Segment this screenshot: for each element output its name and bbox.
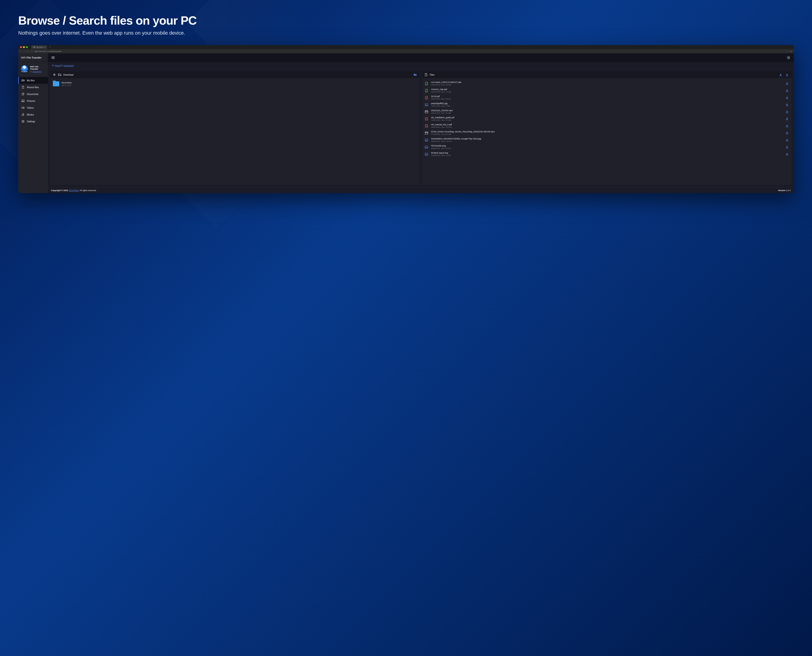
download-icon[interactable] bbox=[785, 117, 789, 121]
file-row[interactable]: PDF22-03.pdf26/01/2023, Size: 58 KB bbox=[424, 94, 790, 101]
file-row[interactable]: com.waze_4.69.0.0-1022147.apk25/02/2023,… bbox=[424, 80, 790, 87]
tab-title: My Files bbox=[36, 46, 42, 48]
sidebar-item-musics[interactable]: Musics bbox=[18, 111, 48, 118]
sidebar-item-label: My files bbox=[27, 79, 35, 82]
tab-favicon-icon: ▦ bbox=[34, 46, 35, 48]
svg-text:PDF: PDF bbox=[426, 119, 428, 120]
breadcrumb-item[interactable]: Root bbox=[52, 64, 59, 67]
file-detail: 23/08/2021, Size: 13 KB bbox=[431, 155, 783, 156]
svg-rect-2 bbox=[22, 107, 23, 109]
file-name: techprd_logo2.png bbox=[431, 152, 783, 154]
theme-toggle-icon[interactable] bbox=[786, 56, 790, 60]
file-detail: 25/02/2023, Size: 86 MB bbox=[431, 84, 783, 86]
file-row[interactable]: peqs29gvlkl51.jpg19/01/2023, Size: 4 MB bbox=[424, 101, 790, 108]
download-icon[interactable] bbox=[785, 88, 789, 93]
files-panel-title: Files bbox=[430, 74, 434, 76]
hero-text: Browse / Search files on your PC Nothing… bbox=[18, 14, 794, 36]
window-maximize-dot[interactable] bbox=[26, 46, 28, 48]
file-name: peqs29gvlkl51.jpg bbox=[431, 102, 783, 105]
file-row[interactable]: Amazon_App.apk25/02/2023, Size: 16 MB bbox=[424, 87, 790, 94]
image-icon bbox=[22, 99, 25, 102]
profile-icon[interactable]: ◐ bbox=[790, 50, 792, 53]
sidebar-item-settings[interactable]: Settings bbox=[18, 118, 48, 125]
download-icon[interactable] bbox=[785, 96, 789, 100]
upload-icon[interactable] bbox=[785, 73, 789, 77]
sidebar-item-videos[interactable]: Videos bbox=[18, 104, 48, 111]
brand-byline: by TECHPRD bbox=[30, 71, 45, 73]
file-detail: 26/01/2023, Size: 58 KB bbox=[431, 98, 783, 100]
nav-forward-icon[interactable]: → bbox=[24, 50, 26, 53]
nav-reload-icon[interactable]: ⟳ bbox=[27, 50, 29, 53]
footer-link[interactable]: TECHPRD bbox=[68, 189, 79, 192]
apk-file-icon bbox=[424, 81, 429, 86]
file-row[interactable]: PDFmb_manual_xhd_e.pdf09/02/2022, Size: … bbox=[424, 122, 790, 129]
browser-window: ▦ My Files × + ← → ⟳ ⓘ http://192.168.1.… bbox=[18, 45, 794, 193]
window-close-dot[interactable] bbox=[20, 46, 22, 48]
hamburger-icon[interactable] bbox=[51, 56, 55, 60]
download-icon[interactable] bbox=[785, 102, 789, 107]
file-name: Amazon_App.apk bbox=[431, 88, 783, 90]
sidebar-item-recent-files[interactable]: Recent files bbox=[18, 84, 48, 91]
download-icon[interactable] bbox=[785, 138, 789, 142]
nav-back-icon[interactable]: ← bbox=[20, 50, 22, 53]
pdf-file-icon: PDF bbox=[424, 117, 429, 121]
tab-close-icon[interactable]: × bbox=[44, 46, 45, 48]
browser-tab[interactable]: ▦ My Files × bbox=[31, 46, 47, 49]
extension-icon[interactable]: ⬚ bbox=[787, 50, 789, 53]
file-row[interactable]: FileTransfer.png23/08/2021, Size: 20 KB bbox=[424, 144, 790, 150]
sidebar-item-my-files[interactable]: My files bbox=[18, 77, 48, 84]
file-name: 22-03.pdf bbox=[431, 95, 783, 97]
file-detail: 07/02/2022, Size: 30 MB bbox=[431, 133, 783, 135]
file-detail: 23/08/2021, Size: 20 KB bbox=[431, 147, 783, 149]
sidebar-item-documents[interactable]: Documents bbox=[18, 91, 48, 97]
svg-point-6 bbox=[788, 57, 789, 58]
info-icon[interactable]: ⓘ bbox=[31, 50, 33, 53]
breadcrumb-item[interactable]: Download bbox=[60, 64, 73, 67]
sidebar-item-label: Recent files bbox=[27, 86, 39, 88]
new-tab-button[interactable]: + bbox=[50, 46, 51, 48]
folder-open-icon bbox=[22, 79, 25, 82]
settings-icon bbox=[22, 120, 25, 123]
window-minimize-dot[interactable] bbox=[23, 46, 25, 48]
svg-text:PDF: PDF bbox=[426, 97, 428, 99]
file-detail: 19/01/2023, Size: 4 MB bbox=[431, 105, 783, 107]
file-name: FileTransfer.png bbox=[431, 145, 783, 147]
folders-panel: Download documentsMar 3, 2023 bbox=[50, 71, 420, 185]
footer-version: Version 3.4.0 bbox=[778, 189, 790, 192]
file-detail: 19/01/2023, Size: 22 MB bbox=[431, 112, 783, 114]
top-bar bbox=[48, 53, 794, 62]
folders-panel-title: Download bbox=[64, 74, 73, 76]
file-detail: 09/02/2022, Size: 315 KB bbox=[431, 126, 783, 128]
folder-row[interactable]: documentsMar 3, 2023 bbox=[52, 80, 418, 88]
file-row[interactable]: PDFmb_installation_guide.pdf09/02/2022, … bbox=[424, 115, 790, 122]
download-icon[interactable] bbox=[785, 131, 789, 135]
download-all-icon[interactable] bbox=[778, 73, 783, 77]
file-row[interactable]: techprd_logo2.png23/08/2021, Size: 13 KB bbox=[424, 150, 790, 158]
svg-rect-16 bbox=[425, 146, 428, 148]
brand-link[interactable]: TECHPRD bbox=[33, 71, 42, 73]
download-icon[interactable] bbox=[785, 152, 789, 156]
file-detail: 09/02/2022, Size: 12 MB bbox=[431, 119, 783, 121]
file-name: mb_installation_guide.pdf bbox=[431, 116, 783, 119]
new-folder-icon[interactable] bbox=[413, 73, 417, 77]
sidebar-brand-bar: WiFi File Transfer bbox=[18, 53, 48, 62]
download-icon[interactable] bbox=[785, 145, 789, 149]
file-row[interactable]: 20221221_191402.mp419/01/2023, Size: 22 … bbox=[424, 108, 790, 115]
file-name: SmartSelect_20210823-232835_Google Play … bbox=[431, 138, 783, 140]
file-row[interactable]: DCIM_Screen recordings_Screen_Recording_… bbox=[424, 129, 790, 136]
sidebar-item-pictures[interactable]: Pictures bbox=[18, 97, 48, 104]
file-icon bbox=[22, 86, 25, 89]
files-icon bbox=[22, 93, 25, 96]
sidebar-item-label: Documents bbox=[27, 93, 39, 96]
music-icon bbox=[22, 113, 25, 116]
breadcrumb: Root/Download/ bbox=[48, 62, 794, 70]
download-icon[interactable] bbox=[785, 81, 789, 86]
download-icon[interactable] bbox=[785, 124, 789, 128]
window-title-bar: ▦ My Files × + bbox=[18, 45, 794, 49]
file-outline-icon bbox=[424, 73, 428, 77]
back-arrow-icon[interactable] bbox=[53, 73, 56, 77]
image-file-icon bbox=[424, 145, 429, 149]
download-icon[interactable] bbox=[785, 110, 789, 114]
url-text[interactable]: http://192.168.1.4:1234/#/my-files bbox=[34, 50, 62, 53]
file-row[interactable]: SmartSelect_20210823-232835_Google Play … bbox=[424, 136, 790, 144]
